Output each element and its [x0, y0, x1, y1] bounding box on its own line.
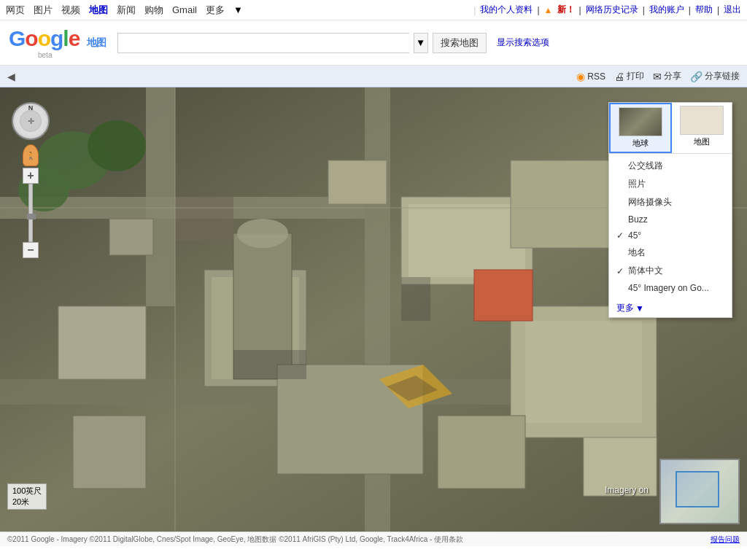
svg-rect-28 [233, 350, 306, 379]
nav-new[interactable]: 新！ [557, 4, 575, 16]
svg-rect-23 [584, 438, 657, 496]
nav-link-news[interactable]: 新闻 [117, 4, 136, 17]
check-simplified-chinese: ✓ [616, 266, 625, 276]
search-input[interactable] [117, 33, 409, 53]
compass[interactable]: N ✛ [12, 102, 50, 140]
layer-panel: 地球 地图 公交线路 照片 网络摄像头 Buzz [608, 102, 732, 318]
top-navigation: 网页 图片 视频 地图 新闻 购物 Gmail 更多 ▼ | 我的个人资料 | … [0, 0, 747, 20]
logo-g2: g [50, 26, 63, 50]
svg-rect-22 [438, 416, 525, 489]
satellite-label: 地球 [632, 138, 649, 149]
zoom-slider-track[interactable] [28, 184, 33, 242]
svg-point-11 [237, 219, 288, 248]
nav-history[interactable]: 网络历史记录 [586, 4, 638, 16]
layer-photos-label: 照片 [628, 178, 646, 190]
svg-rect-13 [409, 204, 525, 277]
beta-label: beta [38, 51, 52, 59]
svg-rect-21 [109, 219, 153, 255]
map-area[interactable]: N ✛ 🚶 + − 地球 地图 [0, 88, 747, 532]
layer-placenames-label: 地名 [628, 246, 646, 259]
layer-more-button[interactable]: 更多 ▼ [609, 299, 732, 317]
layer-item-imagery[interactable]: 45° Imagery on Go... [609, 280, 732, 296]
compass-north: N [28, 104, 34, 112]
map-view-button[interactable]: 地图 [672, 103, 732, 153]
pegman-icon: 🚶 [26, 152, 35, 160]
map-type-row: 地球 地图 [609, 103, 732, 154]
nav-icon-new: ▲ [544, 5, 553, 15]
header: Google 地图 beta ▼ 搜索地图 显示搜索选项 [0, 20, 747, 66]
layer-item-buzz[interactable]: Buzz [609, 211, 732, 228]
scale-bar: 100英尺 20米 [7, 483, 47, 510]
svg-rect-15 [58, 306, 146, 379]
layer-item-webcams[interactable]: 网络摄像头 [609, 193, 732, 211]
scale-label-feet: 100英尺 [12, 486, 42, 497]
print-link[interactable]: 🖨 打印 [614, 70, 644, 82]
share-url-label: 分享链接 [705, 70, 740, 82]
satellite-view-button[interactable]: 地球 [609, 103, 672, 153]
nav-link-maps[interactable]: 地图 [89, 4, 108, 17]
zoom-controls: 🚶 + − [23, 144, 39, 258]
navigation-controls: N ✛ 🚶 + − [12, 102, 50, 258]
svg-rect-20 [328, 160, 387, 204]
share-link[interactable]: ✉ 分享 [653, 70, 681, 82]
layer-more-label: 更多 [616, 302, 634, 314]
nav-profile[interactable]: 我的个人资料 [480, 4, 533, 16]
nav-link-video[interactable]: 视频 [61, 4, 80, 17]
report-problem-link[interactable]: 报告问题 [711, 534, 740, 545]
nav-link-shopping[interactable]: 购物 [144, 4, 163, 17]
toolbar: ◀ ◉ RSS 🖨 打印 ✉ 分享 🔗 分享链接 [0, 66, 747, 88]
mini-map[interactable] [659, 459, 740, 524]
nav-help[interactable]: 帮助 [695, 4, 713, 16]
mini-map-viewport [676, 471, 719, 508]
layer-item-photos[interactable]: 照片 [609, 175, 732, 193]
layer-item-simplified-chinese[interactable]: ✓ 简体中文 [609, 262, 732, 280]
compass-arrows: ✛ [28, 117, 34, 126]
share-icon: ✉ [653, 71, 662, 82]
nav-logout[interactable]: 退出 [724, 4, 741, 16]
scale-label-meters: 20米 [12, 497, 42, 508]
copyright-text: ©2011 Google - Imagery ©2011 DigitalGlob… [7, 534, 463, 545]
search-dropdown-button[interactable]: ▼ [414, 33, 428, 53]
layer-more-arrow: ▼ [635, 303, 644, 314]
nav-link-more[interactable]: 更多 [206, 4, 225, 17]
layer-transit-label: 公交线路 [628, 160, 663, 172]
share-url-link[interactable]: 🔗 分享链接 [690, 70, 740, 82]
logo-g: G [9, 26, 25, 50]
sep3: | [643, 5, 645, 15]
collapse-button[interactable]: ◀ [7, 71, 15, 82]
nav-link-gmail[interactable]: Gmail [172, 4, 197, 15]
layer-item-transit[interactable]: 公交线路 [609, 157, 732, 175]
nav-link-webpage[interactable]: 网页 [6, 4, 25, 17]
print-label: 打印 [627, 70, 644, 82]
toolbar-left: ◀ [7, 71, 15, 82]
logo-e: e [69, 26, 80, 50]
rss-label: RSS [587, 71, 605, 82]
zoom-out-button[interactable]: − [23, 242, 39, 258]
mini-map-inner [661, 460, 738, 523]
layer-45deg-label: 45° [628, 230, 641, 241]
rss-link[interactable]: ◉ RSS [576, 71, 605, 82]
layer-item-placenames[interactable]: 地名 [609, 244, 732, 262]
logo-o2: o [38, 26, 50, 50]
chain-icon: 🔗 [690, 71, 703, 82]
compass-inner: ✛ [20, 110, 42, 132]
sep1: | [537, 5, 539, 15]
rss-icon: ◉ [576, 71, 585, 82]
logo-o1: o [25, 26, 37, 50]
svg-point-6 [88, 120, 146, 171]
zoom-slider-thumb[interactable] [27, 214, 36, 219]
nav-link-images[interactable]: 图片 [34, 4, 53, 17]
layer-item-45deg[interactable]: ✓ 45° [609, 228, 732, 244]
map-view-label: 地图 [694, 136, 710, 147]
nav-account[interactable]: 我的账户 [649, 4, 684, 16]
search-options-link[interactable]: 显示搜索选项 [497, 36, 549, 49]
nav-more-arrow: ▼ [233, 4, 243, 15]
pegman-button[interactable]: 🚶 [23, 144, 39, 166]
search-button[interactable]: 搜索地图 [433, 33, 487, 53]
layer-imagery-label: 45° Imagery on Go... [628, 283, 709, 293]
layer-webcams-label: 网络摄像头 [628, 196, 672, 209]
nav-sep: | [473, 5, 476, 15]
toolbar-right: ◉ RSS 🖨 打印 ✉ 分享 🔗 分享链接 [576, 70, 740, 82]
logo-l: l [63, 26, 68, 50]
zoom-in-button[interactable]: + [23, 168, 39, 184]
